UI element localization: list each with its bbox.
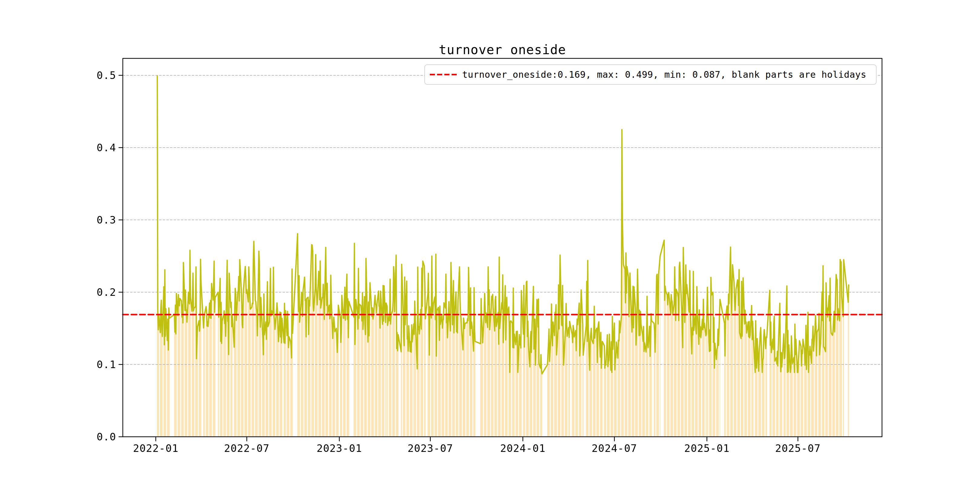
y-tick-label: 0.1: [0, 358, 116, 371]
x-tick-label: 2024-01: [490, 442, 556, 454]
x-tick-label: 2023-07: [397, 442, 464, 454]
figure: turnover oneside turnover_oneside:0.169,…: [0, 0, 980, 490]
x-tick-label: 2024-07: [581, 442, 648, 454]
legend-label: turnover_oneside:0.169, max: 0.499, min:…: [462, 69, 866, 80]
x-tick-label: 2022-01: [123, 442, 189, 454]
y-tick-label: 0.3: [0, 214, 116, 226]
x-tick-label: 2023-01: [306, 442, 373, 454]
x-tick-label: 2025-01: [674, 442, 740, 454]
legend: turnover_oneside:0.169, max: 0.499, min:…: [424, 64, 877, 85]
x-tick-label: 2022-07: [213, 442, 280, 454]
x-tick-label: 2025-07: [765, 442, 831, 454]
chart-title: turnover oneside: [439, 42, 566, 57]
y-tick-label: 0.5: [0, 69, 116, 81]
y-tick-label: 0.2: [0, 286, 116, 298]
red-dashed-line-legend-marker: [430, 74, 457, 75]
y-tick-label: 0.4: [0, 142, 116, 154]
y-tick-label: 0.0: [0, 431, 116, 443]
